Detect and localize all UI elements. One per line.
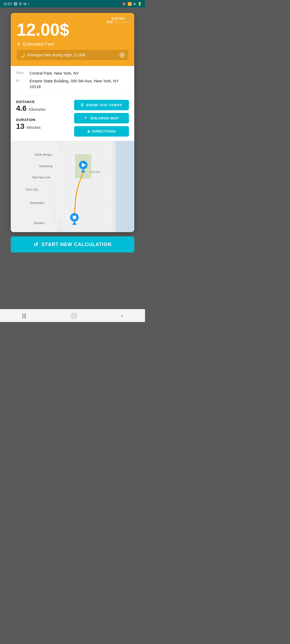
duration-value: 13 Minutes: [16, 122, 71, 131]
estimated-fare-row: ☀ Estimated Fare: [17, 41, 128, 47]
svg-text:Hoboken: Hoboken: [34, 222, 44, 225]
svg-text:Weehawken: Weehawken: [30, 202, 45, 204]
sun-icon: ☀: [17, 41, 21, 47]
svg-text:Union City: Union City: [26, 188, 38, 191]
svg-text:Guttenberg: Guttenberg: [39, 165, 52, 168]
mute-icon: 🔇: [122, 2, 126, 6]
svg-text:HATTAN: HATTAN: [90, 171, 100, 174]
stats-buttons-section: DISTANCE 4.6 Kilometer DURATION 13 Minut…: [11, 96, 134, 141]
estimated-fare-label: Estimated Fare: [23, 42, 54, 47]
list-icon: ☰: [81, 103, 84, 107]
wifi-icon: 📶: [128, 2, 132, 6]
time: 10:57: [3, 2, 12, 6]
directions-button[interactable]: ◈ DIRECTIONS: [74, 126, 129, 137]
night-fare-text: Divergent fare during night: 11.80$: [27, 53, 117, 57]
stats-column: DISTANCE 4.6 Kilometer DURATION 13 Minut…: [16, 100, 71, 136]
start-new-calculation-button[interactable]: ↺ START NEW CALCULATION: [11, 236, 134, 253]
logo-taxi-text: TAXI: [118, 17, 125, 20]
route-section: from Central Park, New York, NY to Empir…: [11, 66, 134, 96]
status-left: 10:57 🖼 ⚙ M •: [3, 2, 29, 6]
duration-block: DURATION 13 Minutes: [16, 118, 71, 131]
to-label: to: [16, 78, 26, 83]
show-taxi-tariff-button[interactable]: ☰ SHOW TAXI TARIFF: [74, 100, 129, 110]
battery-icon: 🔋: [137, 2, 142, 6]
dot-icon: •: [28, 2, 29, 6]
night-fare-row: 🌙 Divergent fare during night: 11.80$ i: [17, 50, 128, 60]
svg-rect-2: [115, 141, 134, 232]
logo-calculator-text: CALCULATOR: [113, 21, 130, 23]
info-button[interactable]: i: [119, 52, 125, 58]
gmail-icon: M: [24, 2, 27, 6]
svg-rect-47: [73, 216, 76, 219]
action-buttons-column: ☰ SHOW TAXI TARIFF 🔍 ENLARGE MAP ◈ DIREC…: [74, 100, 129, 137]
to-value: Empire State Building, 350 5th Ave, New …: [30, 78, 129, 89]
refresh-icon: ↺: [34, 241, 38, 248]
distance-value: 4.6 Kilometer: [16, 104, 71, 113]
nav-bar: ||| ⬜ ‹: [0, 309, 145, 322]
taxi-calculator-logo: TAXI 🚕 CALCULATOR: [107, 17, 130, 23]
distance-block: DISTANCE 4.6 Kilometer: [16, 100, 71, 113]
distance-label: DISTANCE: [16, 100, 71, 104]
status-right: 🔇 📶 ⊘ 🔋: [122, 2, 142, 6]
main-card: TAXI 🚕 CALCULATOR 12.00$ ☀ Estimated Far…: [11, 13, 134, 232]
duration-unit: Minutes: [27, 125, 41, 130]
dnd-icon: ⊘: [133, 2, 136, 6]
settings-icon: ⚙: [19, 2, 22, 6]
map-section[interactable]: North Bergen Guttenberg West New York Un…: [11, 141, 134, 232]
moon-icon: 🌙: [20, 53, 25, 58]
map-svg: North Bergen Guttenberg West New York Un…: [11, 141, 134, 232]
from-row: from Central Park, New York, NY: [16, 70, 129, 76]
svg-text:West New York: West New York: [32, 176, 51, 179]
duration-label: DURATION: [16, 118, 71, 122]
status-bar: 10:57 🖼 ⚙ M • 🔇 📶 ⊘ 🔋: [0, 0, 145, 8]
magnify-icon: 🔍: [84, 116, 89, 120]
svg-text:North Bergen: North Bergen: [35, 153, 52, 156]
to-row: to Empire State Building, 350 5th Ave, N…: [16, 78, 129, 89]
fare-header: TAXI 🚕 CALCULATOR 12.00$ ☀ Estimated Far…: [11, 13, 134, 66]
from-label: from: [16, 70, 26, 75]
distance-unit: Kilometer: [29, 107, 46, 112]
recents-nav-icon[interactable]: |||: [22, 313, 26, 319]
photo-icon: 🖼: [14, 2, 17, 6]
compass-icon: ◈: [87, 129, 90, 133]
from-value: Central Park, New York, NY: [30, 70, 79, 76]
home-nav-icon[interactable]: ⬜: [70, 312, 77, 319]
back-nav-icon[interactable]: ‹: [121, 313, 123, 319]
enlarge-map-button[interactable]: 🔍 ENLARGE MAP: [74, 113, 129, 123]
